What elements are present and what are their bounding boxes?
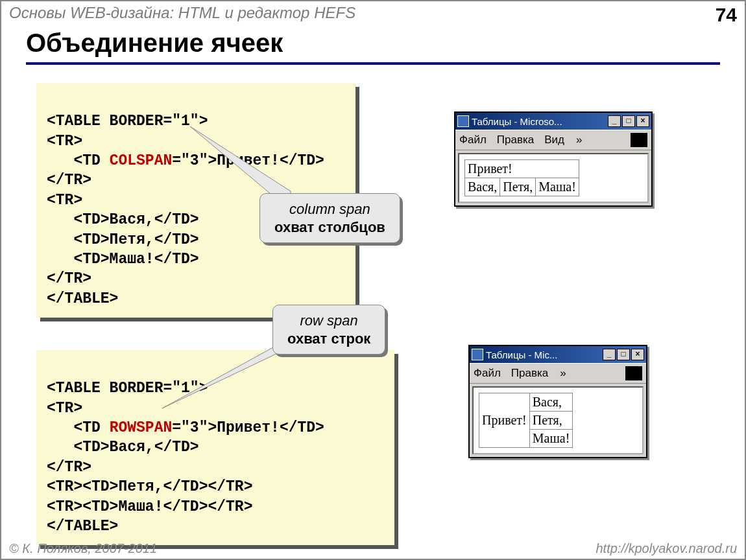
- menu-edit[interactable]: Правка: [511, 367, 548, 380]
- menu-bar-2: Файл Правка »: [470, 363, 646, 384]
- cell-hello: Привет!: [465, 160, 579, 178]
- window-titlebar: Таблицы - Microso... _ □ ×: [455, 113, 651, 130]
- maximize-button[interactable]: □: [617, 349, 630, 360]
- menu-file[interactable]: Файл: [459, 134, 487, 146]
- callout-colspan: column span охват столбцов: [259, 193, 400, 243]
- window-title: Таблицы - Microso...: [472, 116, 608, 127]
- cell-vasya: Вася,: [529, 393, 573, 412]
- window-body: Привет! Вася, Петя, Маша!: [458, 153, 649, 203]
- copyright: © К. Поляков, 2007-2011: [9, 541, 157, 556]
- callout-line1: column span: [289, 201, 370, 217]
- cell-hello: Привет!: [479, 393, 530, 448]
- cell-petya: Петя,: [529, 412, 573, 430]
- window-title-2: Таблицы - Mic...: [486, 349, 603, 360]
- minimize-button[interactable]: _: [608, 115, 621, 127]
- close-button[interactable]: ×: [631, 349, 644, 360]
- cell-masha: Маша!: [529, 430, 573, 448]
- browser-window-colspan: Таблицы - Microso... _ □ × Файл Правка В…: [454, 111, 653, 207]
- callout-line2: охват столбцов: [274, 218, 385, 237]
- footer: © К. Поляков, 2007-2011 http://kpolyakov…: [9, 541, 737, 556]
- menu-edit[interactable]: Правка: [497, 134, 534, 146]
- window-titlebar-2: Таблицы - Mic... _ □ ×: [470, 346, 646, 363]
- menu-more-icon[interactable]: »: [576, 134, 582, 146]
- menu-bar: Файл Правка Вид »: [455, 130, 651, 150]
- demo-table-colspan: Привет! Вася, Петя, Маша!: [464, 159, 579, 196]
- footer-url: http://kpolyakov.narod.ru: [596, 541, 737, 556]
- cell-vasya: Вася,: [465, 178, 500, 196]
- menu-more-icon[interactable]: »: [560, 367, 566, 380]
- minimize-button[interactable]: _: [603, 349, 616, 360]
- menu-file[interactable]: Файл: [474, 367, 501, 380]
- callout2-line1: row span: [300, 312, 358, 329]
- throbber-icon: [625, 366, 642, 380]
- ie-icon: [457, 115, 469, 127]
- page-number: 74: [716, 4, 737, 26]
- title-underline: [26, 62, 720, 65]
- browser-window-rowspan: Таблицы - Mic... _ □ × Файл Правка » При…: [468, 345, 647, 458]
- callout-rowspan: row span охват строк: [272, 305, 385, 355]
- ie-icon: [472, 349, 483, 360]
- demo-table-rowspan: Привет! Вася, Петя, Маша!: [479, 393, 573, 448]
- menu-view[interactable]: Вид: [544, 134, 564, 146]
- slide-title: Объединение ячеек: [26, 29, 283, 58]
- cell-masha: Маша!: [536, 178, 579, 196]
- callout2-line2: охват строк: [287, 330, 370, 348]
- header: Основы WEB-дизайна: HTML и редактор HEFS…: [9, 4, 737, 26]
- course-title: Основы WEB-дизайна: HTML и редактор HEFS: [9, 4, 355, 26]
- maximize-button[interactable]: □: [622, 115, 635, 127]
- cell-petya: Петя,: [500, 178, 536, 196]
- close-button[interactable]: ×: [636, 115, 649, 127]
- throbber-icon: [631, 133, 647, 147]
- window-body-2: Привет! Вася, Петя, Маша!: [472, 386, 644, 454]
